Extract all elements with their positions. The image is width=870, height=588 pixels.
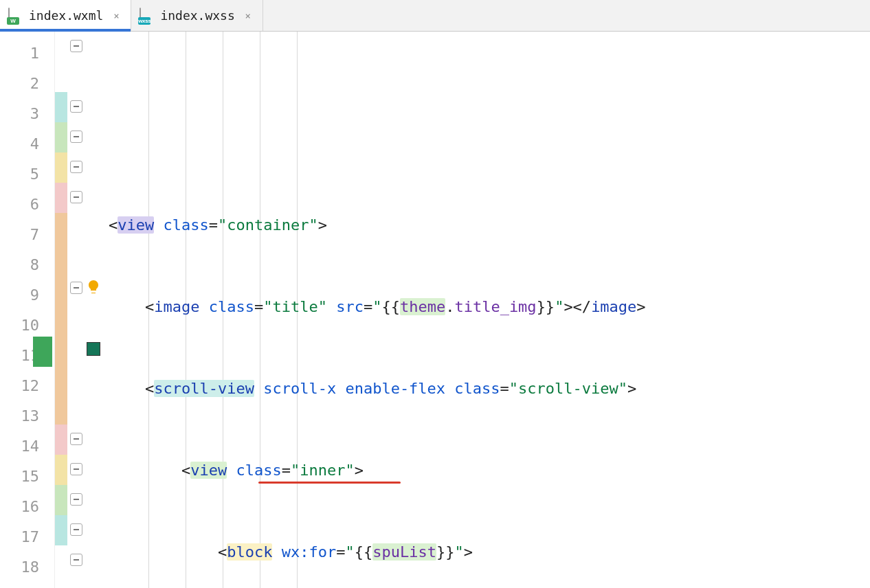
code-line[interactable]: <block wx:for="{{spuList}}">	[102, 537, 870, 567]
fold-toggle-icon[interactable]	[70, 191, 82, 203]
tab-label: index.wxml	[29, 8, 103, 23]
code-line[interactable]: <view class="inner">	[102, 455, 870, 486]
change-indicator-strip	[55, 32, 67, 588]
annotation-column	[87, 32, 102, 588]
fold-strip	[67, 32, 87, 588]
tab-index-wxss[interactable]: wxss index.wxss ×	[131, 0, 263, 31]
code-editor[interactable]: 1 2 3 4 5 6 7 8 9 10 11 12 13 14 15 16 1…	[0, 32, 870, 588]
code-line[interactable]: <image class="title" src="{{theme.title_…	[102, 292, 870, 322]
tab-bar: W index.wxml × wxss index.wxss ×	[0, 0, 870, 32]
lightbulb-icon[interactable]	[85, 279, 102, 295]
fold-toggle-icon[interactable]	[70, 493, 82, 506]
code-line[interactable]: <scroll-view scroll-x enable-flex class=…	[102, 374, 870, 404]
fold-toggle-icon[interactable]	[70, 131, 82, 143]
color-swatch[interactable]	[87, 342, 100, 356]
fold-toggle-icon[interactable]	[70, 523, 82, 536]
line-number-gutter: 1 2 3 4 5 6 7 8 9 10 11 12 13 14 15 16 1…	[0, 32, 55, 588]
tab-label: index.wxss	[160, 8, 234, 23]
file-icon: W	[8, 8, 23, 23]
error-underline	[258, 482, 401, 484]
close-icon[interactable]: ×	[243, 11, 253, 21]
fold-toggle-icon[interactable]	[70, 554, 82, 566]
fold-toggle-icon[interactable]	[70, 100, 82, 113]
change-marker	[33, 337, 52, 367]
fold-toggle-icon[interactable]	[70, 40, 82, 52]
file-icon: wxss	[140, 8, 155, 23]
code-area[interactable]: <view class="container"> <image class="t…	[102, 32, 870, 588]
code-line[interactable]: <view class="container">	[102, 210, 870, 240]
fold-toggle-icon[interactable]	[70, 161, 82, 173]
fold-toggle-icon[interactable]	[70, 433, 82, 445]
close-icon[interactable]: ×	[111, 11, 121, 21]
fold-toggle-icon[interactable]	[70, 282, 82, 294]
tab-index-wxml[interactable]: W index.wxml ×	[0, 0, 131, 31]
fold-toggle-icon[interactable]	[70, 463, 82, 475]
